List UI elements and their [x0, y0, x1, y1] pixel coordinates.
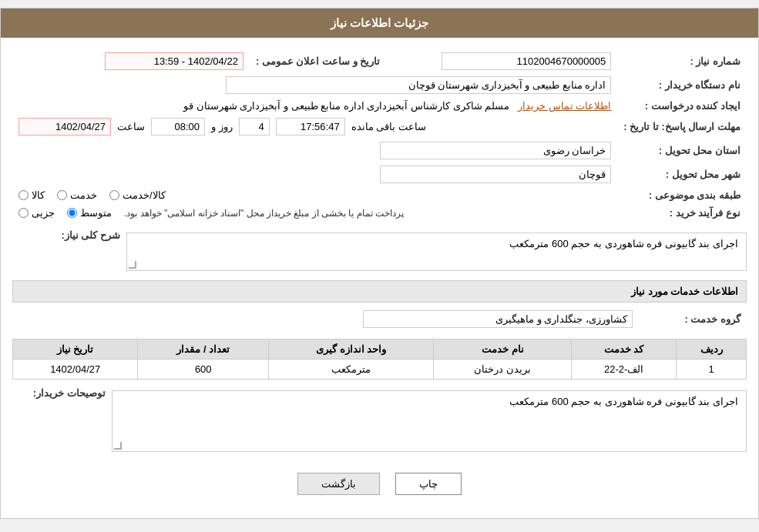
response-deadline-row: 1402/04/27 ساعت 08:00 روز و 4 17:56:47 س…: [12, 115, 617, 139]
buyer-desc-label: توصیحات خریدار:: [12, 387, 106, 399]
category-service-radio[interactable]: [57, 190, 67, 200]
announce-date-field: 1402/04/22 - 13:59: [105, 52, 243, 70]
purchase-type-row: جزیی متوسط پرداخت تمام یا بخشی از مبلغ خ…: [12, 204, 617, 222]
need-number-field: 1102004670000005: [442, 52, 611, 70]
buyer-org-field: اداره منابع طبیعی و آبخیزداری شهرستان قو…: [226, 76, 611, 94]
announce-date-label: تاریخ و ساعت اعلان عمومی :: [250, 49, 386, 73]
resize-handle[interactable]: [129, 261, 136, 269]
buyer-resize-handle[interactable]: [114, 442, 122, 450]
category-goods-service-label: کالا/خدمت: [123, 189, 166, 201]
buyer-org-label: نام دستگاه خریدار :: [617, 73, 747, 97]
service-group-field: کشاورزی، جنگلداری و ماهیگیری: [363, 310, 633, 328]
delivery-province-field: خراسان رضوی: [380, 142, 611, 159]
category-label: طبقه بندی موضوعی :: [617, 186, 747, 204]
delivery-province-label: استان محل تحویل :: [617, 139, 747, 162]
need-number-label: شماره نیاز :: [617, 49, 747, 73]
category-goods-service-item: کالا/خدمت: [109, 189, 166, 201]
creator-label: ایجاد کننده درخواست :: [617, 97, 747, 115]
delivery-city-field: قوچان: [380, 166, 611, 183]
cell-row: 1: [677, 360, 747, 380]
need-description-label: شرح کلی نیاز:: [12, 229, 120, 241]
service-group-value: کشاورزی، جنگلداری و ماهیگیری: [12, 307, 639, 331]
cell-count: 600: [138, 360, 269, 380]
buyer-desc-block: اجرای بند گابیونی فره شاهوردی به حجم 600…: [112, 390, 747, 452]
cell-date: 1402/04/27: [13, 360, 138, 380]
service-group-table: گروه خدمت : کشاورزی، جنگلداری و ماهیگیری: [12, 307, 747, 331]
cell-code: الف-2-22: [572, 360, 677, 380]
page-header: جزئیات اطلاعات نیاز: [1, 8, 758, 38]
button-bar: چاپ بازگشت: [12, 461, 747, 507]
response-days-field: 4: [239, 118, 270, 136]
need-number-value: 1102004670000005: [386, 49, 617, 73]
table-row: 1الف-2-22بریدن درختانمترمکعب6001402/04/2…: [13, 360, 747, 380]
print-button[interactable]: چاپ: [395, 473, 462, 495]
col-code: کد خدمت: [572, 340, 677, 360]
category-service-label: خدمت: [70, 189, 97, 201]
response-deadline-label: مهلت ارسال پاسخ: تا تاریخ :: [617, 115, 747, 139]
category-goods-service-radio[interactable]: [109, 190, 119, 200]
need-description-text: اجرای بند گابیونی فره شاهوردی به حجم 600…: [509, 238, 738, 249]
delivery-city-value: قوچان: [12, 162, 617, 186]
time-label: ساعت: [117, 121, 145, 132]
category-goods-item: کالا: [18, 189, 45, 201]
category-goods-radio[interactable]: [18, 190, 29, 200]
services-table: ردیف کد خدمت نام خدمت واحد اندازه گیری ت…: [12, 339, 747, 380]
buyer-desc-text: اجرای بند گابیونی فره شاهوردی به حجم 600…: [509, 396, 738, 407]
purchase-medium-item: متوسط: [67, 207, 112, 219]
back-button[interactable]: بازگشت: [297, 473, 380, 495]
creator-value: اطلاعات تماس خریدار مسلم شاکری کارشناس آ…: [12, 97, 617, 115]
col-name: نام خدمت: [434, 340, 572, 360]
purchase-partial-item: جزیی: [18, 207, 55, 219]
creator-field: مسلم شاکری کارشناس آبخیزداری اداره منابع…: [183, 100, 509, 112]
col-row: ردیف: [677, 340, 747, 360]
category-service-item: خدمت: [57, 189, 97, 201]
purchase-partial-radio[interactable]: [18, 208, 29, 218]
services-section-title: اطلاعات خدمات مورد نیاز: [12, 280, 747, 303]
buyer-org-value: اداره منابع طبیعی و آبخیزداری شهرستان قو…: [12, 73, 617, 97]
info-table: شماره نیاز : 1102004670000005 تاریخ و سا…: [12, 49, 747, 222]
category-row: کالا خدمت کالا/خدمت: [12, 186, 617, 204]
need-description-block: اجرای بند گابیونی فره شاهوردی به حجم 600…: [126, 233, 747, 271]
response-remaining-field: 17:56:47: [276, 118, 345, 136]
purchase-medium-radio[interactable]: [67, 208, 77, 218]
col-unit: واحد اندازه گیری: [269, 340, 434, 360]
response-date-field: 1402/04/27: [18, 118, 111, 136]
delivery-city-label: شهر محل تحویل :: [617, 162, 747, 186]
col-count: تعداد / مقدار: [138, 340, 269, 360]
service-group-label: گروه خدمت :: [639, 307, 747, 331]
delivery-province-value: خراسان رضوی: [12, 139, 617, 162]
purchase-type-label: نوع فرآیند خرید :: [617, 204, 747, 222]
days-label: روز و: [211, 121, 233, 132]
category-goods-label: کالا: [32, 189, 45, 201]
purchase-partial-label: جزیی: [32, 207, 55, 219]
announce-date-value: 1402/04/22 - 13:59: [12, 49, 250, 73]
response-time-field: 08:00: [151, 118, 205, 136]
cell-name: بریدن درختان: [434, 360, 572, 380]
remaining-label: ساعت باقی مانده: [351, 121, 426, 132]
cell-unit: مترمکعب: [269, 360, 434, 380]
creator-link[interactable]: اطلاعات تماس خریدار: [518, 100, 611, 112]
page-title: جزئیات اطلاعات نیاز: [331, 16, 428, 29]
purchase-type-note: پرداخت تمام یا بخشی از مبلغ خریداز محل "…: [124, 208, 404, 219]
col-date: تاریخ نیاز: [13, 340, 138, 360]
purchase-medium-label: متوسط: [80, 207, 112, 219]
